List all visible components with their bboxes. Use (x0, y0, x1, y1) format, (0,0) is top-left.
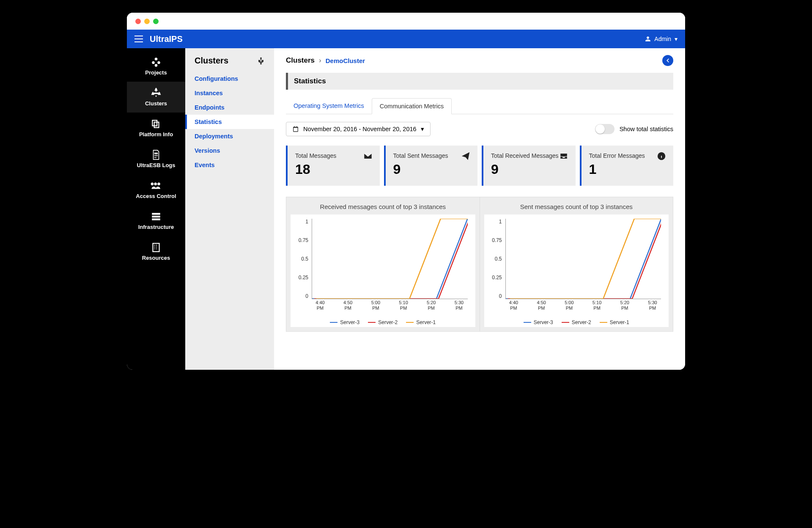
main-content: Clusters › DemoCluster Statistics Operat… (274, 48, 685, 370)
subnav-instances[interactable]: Instances (185, 86, 274, 100)
y-axis: 10.750.50.250 (484, 219, 505, 299)
toggle-label: Show total statistics (620, 126, 673, 132)
subnav-deployments[interactable]: Deployments (185, 129, 274, 143)
plot-area (505, 219, 661, 299)
back-button[interactable] (662, 55, 673, 66)
plot-area (312, 219, 468, 299)
stat-value: 9 (491, 162, 568, 177)
subnav-configurations[interactable]: Configurations (185, 72, 274, 86)
svg-rect-5 (152, 218, 160, 220)
stat-card-2: Total Received Messages9 (482, 146, 576, 186)
clusters-icon (151, 88, 162, 99)
x-axis: 4:40PM4:50PM5:00PM5:10PM5:20PM5:30PM (312, 300, 468, 316)
subnav-statistics[interactable]: Statistics (185, 115, 274, 129)
app-window: UltraIPS Admin ▾ ProjectsClustersPlatfor… (127, 13, 685, 370)
stat-label: Total Messages (295, 152, 372, 159)
resources-icon (151, 242, 162, 253)
maximize-window-dot[interactable] (153, 19, 159, 24)
minimize-window-dot[interactable] (144, 19, 150, 24)
nav-label: Platform Info (129, 131, 183, 138)
show-total-toggle[interactable] (595, 124, 614, 134)
user-name: Admin (654, 36, 671, 42)
nav-label: Infrastructure (129, 224, 183, 230)
chart-title: Sent messages count of top 3 instances (484, 203, 669, 210)
chart-body: 10.750.50.2504:40PM4:50PM5:00PM5:10PM5:2… (484, 214, 669, 316)
info-icon (656, 151, 667, 161)
breadcrumb-root[interactable]: Clusters (286, 56, 315, 65)
nav-label: Access Control (129, 193, 183, 199)
tabs: Operating System MetricsCommunication Me… (286, 98, 673, 114)
stat-card-1: Total Sent Messages9 (384, 146, 478, 186)
menu-icon[interactable] (134, 36, 143, 42)
infrastructure-icon (151, 211, 162, 222)
ultraesb-logs-icon (151, 149, 162, 160)
close-window-dot[interactable] (135, 19, 141, 24)
mac-titlebar (127, 13, 685, 30)
paper-plane-icon (461, 151, 471, 161)
cluster-tree-icon (257, 57, 265, 65)
projects-icon (151, 57, 162, 68)
chevron-down-icon: ▾ (421, 126, 424, 132)
nav-infrastructure[interactable]: Infrastructure (127, 205, 185, 236)
user-menu[interactable]: Admin ▾ (645, 36, 678, 42)
svg-point-10 (261, 63, 262, 64)
stat-label: Total Received Messages (491, 152, 568, 159)
svg-point-7 (261, 57, 262, 58)
stat-value: 18 (295, 162, 372, 177)
chart-title: Received messages count of top 3 instanc… (291, 203, 475, 210)
nav-ultraesb-logs[interactable]: UltraESB Logs (127, 143, 185, 174)
sub-nav: Clusters ConfigurationsInstancesEndpoint… (185, 48, 274, 370)
breadcrumb-separator: › (319, 56, 321, 65)
stat-label: Total Error Messages (589, 152, 666, 159)
subnav-versions[interactable]: Versions (185, 143, 274, 158)
breadcrumb: Clusters › DemoCluster (286, 56, 365, 65)
svg-rect-2 (158, 93, 160, 94)
chevron-left-icon (665, 58, 671, 63)
stat-label: Total Sent Messages (393, 152, 470, 159)
svg-rect-3 (152, 213, 160, 214)
envelope-icon (363, 151, 373, 161)
stat-card-3: Total Error Messages1 (580, 146, 674, 186)
user-icon (645, 36, 651, 42)
nav-label: Resources (129, 255, 183, 261)
charts-row: Received messages count of top 3 instanc… (286, 197, 673, 332)
stat-card-0: Total Messages18 (286, 146, 380, 186)
nav-label: Clusters (129, 100, 183, 107)
svg-point-8 (258, 60, 260, 61)
nav-platform-info[interactable]: Platform Info (127, 113, 185, 143)
stat-value: 1 (589, 162, 666, 177)
legend: Server-3Server-2Server-1 (291, 316, 475, 327)
x-axis: 4:40PM4:50PM5:00PM5:10PM5:20PM5:30PM (505, 300, 661, 316)
inbox-icon (559, 151, 569, 161)
svg-rect-6 (153, 243, 159, 252)
subnav-events[interactable]: Events (185, 158, 274, 172)
svg-rect-4 (152, 216, 160, 217)
nav-access-control[interactable]: Access Control (127, 174, 185, 205)
chevron-down-icon: ▾ (675, 36, 678, 42)
date-range-picker[interactable]: November 20, 2016 - November 20, 2016 ▾ (286, 122, 431, 136)
stat-value: 9 (393, 162, 470, 177)
tab-operating-system-metrics[interactable]: Operating System Metrics (286, 98, 372, 114)
nav-resources[interactable]: Resources (127, 236, 185, 267)
svg-point-9 (262, 60, 263, 61)
nav-clusters[interactable]: Clusters (127, 82, 185, 113)
section-title: Statistics (286, 73, 673, 90)
svg-rect-0 (155, 88, 157, 90)
y-axis: 10.750.50.250 (291, 219, 311, 299)
platform-info-icon (151, 118, 162, 129)
subnav-title: Clusters (195, 56, 228, 66)
legend: Server-3Server-2Server-1 (484, 316, 669, 327)
svg-rect-1 (152, 93, 154, 94)
topbar: UltraIPS Admin ▾ (127, 30, 685, 48)
date-range-text: November 20, 2016 - November 20, 2016 (303, 126, 417, 132)
chart-panel-1: Sent messages count of top 3 instances10… (480, 197, 673, 331)
chart-panel-0: Received messages count of top 3 instanc… (286, 197, 480, 331)
breadcrumb-leaf[interactable]: DemoCluster (326, 57, 365, 64)
stats-row: Total Messages18Total Sent Messages9Tota… (286, 146, 673, 186)
tab-communication-metrics[interactable]: Communication Metrics (372, 98, 452, 114)
nav-label: Projects (129, 69, 183, 76)
calendar-icon (292, 126, 299, 132)
nav-label: UltraESB Logs (129, 162, 183, 168)
subnav-endpoints[interactable]: Endpoints (185, 100, 274, 115)
nav-projects[interactable]: Projects (127, 51, 185, 82)
